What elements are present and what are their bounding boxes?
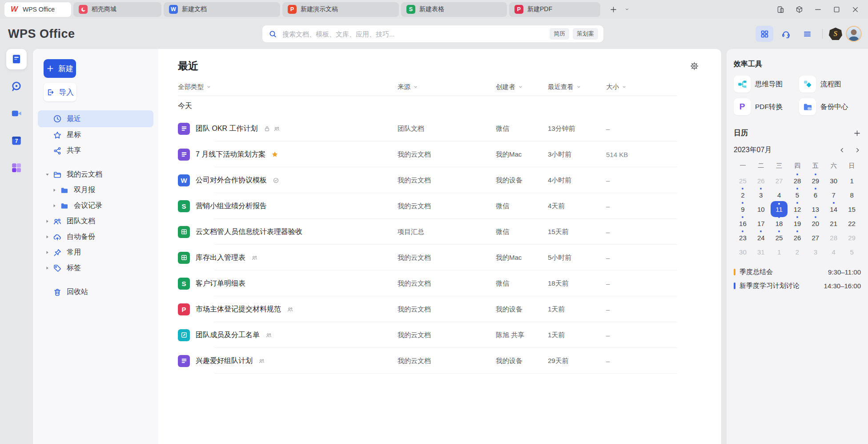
sidebar-item-auto-backup[interactable]: 自动备份	[38, 229, 153, 245]
calendar-day[interactable]: 16	[734, 216, 752, 230]
tab-new-document[interactable]: W新建文档	[164, 2, 280, 17]
file-row[interactable]: W公司对外合作协议模板我的云文档我的设备4小时前–	[178, 167, 699, 193]
sidebar-item-starred[interactable]: 星标	[38, 127, 153, 143]
sidebar-item-recent[interactable]: 最近	[38, 110, 153, 127]
rail-meetings[interactable]	[6, 103, 27, 124]
filter-0[interactable]: 全部类型	[178, 83, 211, 91]
caret-down-icon[interactable]	[44, 173, 51, 177]
calendar-day[interactable]: 12	[788, 202, 807, 216]
search-tag[interactable]: 简历	[550, 28, 569, 40]
new-button[interactable]: 新建	[44, 59, 76, 78]
calendar-day[interactable]: 5	[843, 245, 861, 259]
tool-pdf-convert[interactable]: PPDF转换	[734, 98, 796, 115]
filter-3[interactable]: 最近查看	[548, 83, 581, 91]
phone-link-button[interactable]	[771, 0, 790, 19]
new-tab-button[interactable]	[610, 6, 617, 13]
calendar-day[interactable]: 26	[752, 174, 770, 188]
calendar-day[interactable]: 28	[824, 230, 843, 245]
sidebar-item-shared[interactable]: 共享	[38, 143, 153, 158]
sidebar-item-bimonthly-report[interactable]: 双月报	[38, 182, 153, 198]
tool-mind-map[interactable]: 思维导图	[734, 76, 796, 93]
search-bar[interactable]: 简历策划案	[262, 25, 603, 42]
calendar-day[interactable]: 25	[770, 230, 788, 245]
calendar-day[interactable]: 29	[843, 230, 861, 245]
maximize-button[interactable]	[827, 0, 846, 19]
search-input[interactable]	[281, 30, 546, 38]
file-row[interactable]: 团队 OKR 工作计划团队文档微信13分钟前–	[178, 116, 699, 141]
rail-docs-home[interactable]	[6, 49, 27, 69]
calendar-day[interactable]: 15	[843, 202, 861, 216]
workspace-cube-button[interactable]	[790, 0, 808, 19]
sidebar-item-recycle-bin[interactable]: 回收站	[38, 284, 153, 300]
caret-right-icon[interactable]	[51, 204, 58, 208]
main-menu-button[interactable]	[798, 26, 816, 42]
caret-right-icon[interactable]	[44, 250, 51, 254]
calendar-day[interactable]: 7	[824, 188, 843, 202]
close-button[interactable]	[846, 0, 864, 19]
tool-flowchart[interactable]: 流程图	[799, 76, 861, 93]
prev-month-button[interactable]	[839, 147, 845, 153]
file-row[interactable]: 团队成员及分工名单我的云文档陈旭 共享1天前–	[178, 322, 699, 348]
file-row[interactable]: P市场主体登记提交材料规范我的云文档我的设备1天前–	[178, 296, 699, 322]
calendar-day[interactable]: 2	[734, 188, 752, 202]
caret-right-icon[interactable]	[44, 266, 51, 270]
file-row[interactable]: 兴趣爱好组队计划我的云文档我的设备29天前–	[178, 348, 699, 374]
calendar-day[interactable]: 4	[770, 188, 788, 202]
caret-right-icon[interactable]	[44, 219, 51, 223]
import-button[interactable]: 导入	[44, 83, 76, 101]
calendar-day[interactable]: 29	[806, 174, 824, 188]
rail-calendar-app[interactable]: 7	[6, 130, 27, 151]
calendar-day[interactable]: 10	[752, 202, 770, 216]
calendar-day[interactable]: 28	[788, 174, 807, 188]
filter-2[interactable]: 创建者	[496, 83, 523, 91]
customer-service-button[interactable]	[777, 26, 795, 42]
caret-right-icon[interactable]	[44, 235, 51, 239]
caret-right-icon[interactable]	[51, 188, 58, 192]
file-row[interactable]: 库存出入管理表我的云文档我的Mac5小时前–	[178, 245, 699, 270]
calendar-day[interactable]: 20	[806, 216, 824, 230]
calendar-event[interactable]: 新季度学习计划讨论14:30–16:00	[734, 279, 861, 293]
calendar-day[interactable]: 2	[788, 245, 807, 259]
calendar-day[interactable]: 27	[806, 230, 824, 245]
calendar-day[interactable]: 17	[752, 216, 770, 230]
calendar-event[interactable]: 季度总结会9:30–11:00	[734, 265, 861, 279]
calendar-day[interactable]: 1	[843, 174, 861, 188]
tab-new-presentation[interactable]: P新建演示文稿	[282, 2, 399, 17]
file-row[interactable]: 云文档管人员信息统计表理器验收项目汇总微信15天前–	[178, 219, 699, 245]
sidebar-item-frequent[interactable]: 常用	[38, 245, 153, 260]
filter-1[interactable]: 来源	[398, 83, 418, 91]
calendar-day[interactable]: 22	[843, 216, 861, 230]
calendar-day[interactable]: 13	[806, 202, 824, 216]
calendar-day-selected[interactable]: 11	[770, 202, 788, 216]
file-row[interactable]: S客户订单明细表我的云文档微信18天前–	[178, 270, 699, 296]
calendar-day[interactable]: 23	[734, 230, 752, 245]
calendar-day[interactable]: 8	[843, 188, 861, 202]
settings-gear-button[interactable]	[690, 61, 699, 71]
calendar-day[interactable]: 1	[770, 245, 788, 259]
search-tag[interactable]: 策划案	[573, 28, 598, 40]
tab-list-dropdown[interactable]	[624, 7, 630, 12]
tool-backup-center[interactable]: 备份中心	[799, 98, 861, 115]
sidebar-item-tags[interactable]: 标签	[38, 260, 153, 276]
rail-apps[interactable]	[6, 157, 27, 178]
filter-4[interactable]: 大小	[606, 83, 627, 91]
calendar-day[interactable]: 30	[824, 174, 843, 188]
calendar-day[interactable]: 25	[734, 174, 752, 188]
calendar-day[interactable]: 27	[770, 174, 788, 188]
calendar-day[interactable]: 4	[824, 245, 843, 259]
rail-chat[interactable]	[6, 76, 27, 97]
user-avatar[interactable]	[846, 26, 862, 42]
calendar-day[interactable]: 31	[752, 245, 770, 259]
membership-badge[interactable]: S	[829, 28, 842, 40]
minimize-button[interactable]	[808, 0, 827, 19]
tab-docer-store[interactable]: 稻壳商城	[73, 2, 161, 17]
add-event-button[interactable]	[853, 129, 861, 137]
sidebar-item-meeting-notes[interactable]: 会议记录	[38, 198, 153, 214]
calendar-day[interactable]: 19	[788, 216, 807, 230]
calendar-day[interactable]: 26	[788, 230, 807, 245]
calendar-day[interactable]: 24	[752, 230, 770, 245]
tab-wps-office[interactable]: WWPS Office	[4, 2, 71, 17]
calendar-day[interactable]: 5	[788, 188, 807, 202]
calendar-day[interactable]: 14	[824, 202, 843, 216]
apps-grid-button[interactable]	[755, 26, 773, 42]
